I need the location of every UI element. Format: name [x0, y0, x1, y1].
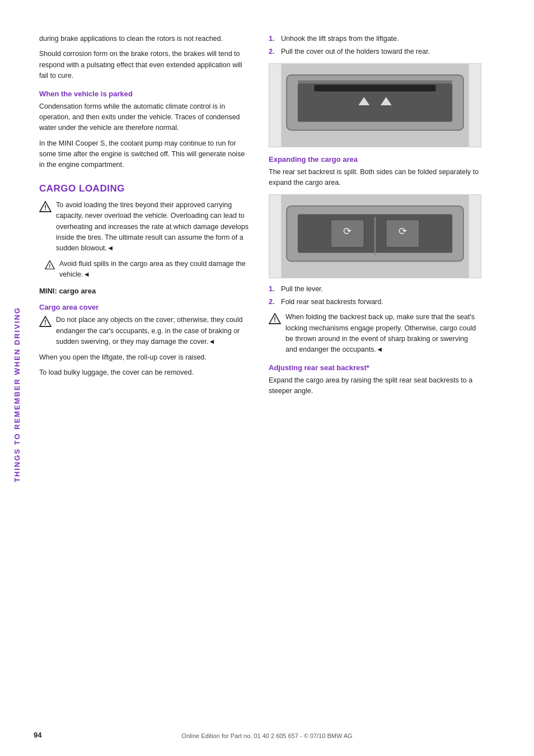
expanding-heading: Expanding the cargo area: [269, 155, 481, 164]
when-parked-heading: When the vehicle is parked: [39, 90, 252, 98]
expanding-para: The rear set backrest is split. Both sid…: [269, 167, 481, 189]
cargo-cover-para1: When you open the liftgate, the roll-up …: [39, 352, 252, 363]
sidebar-label: THINGS TO REMEMBER WHEN DRIVING: [13, 307, 21, 482]
car-image-seats: ⟳ ⟳: [269, 194, 481, 278]
warning-text-2: Avoid fluid spills in the cargo area as …: [59, 259, 252, 281]
cargo-cover-heading: Cargo area cover: [39, 303, 252, 311]
warning-inline-2: ! Avoid fluid spills in the cargo area a…: [45, 259, 252, 281]
intro-para2: Should corrosion form on the brake rotor…: [39, 49, 252, 81]
warning-block-expand: ! When folding the backrest back up, mak…: [269, 312, 481, 356]
left-column: during brake applications to clean the r…: [39, 34, 252, 722]
page-footer: Online Edition for Part no. 01 40 2 605 …: [0, 732, 534, 739]
expand-list: 1. Pull the lever. 2. Fold rear seat bac…: [269, 284, 481, 308]
svg-text:!: !: [49, 263, 50, 269]
svg-text:!: !: [44, 319, 46, 326]
warning-text-1: To avoid loading the tires beyond their …: [56, 200, 252, 254]
intro-para1: during brake applications to clean the r…: [39, 34, 252, 44]
expand-list-item-1: 1. Pull the lever.: [269, 284, 481, 295]
warning-icon-2: !: [45, 260, 55, 270]
expand-list-item-2: 2. Fold rear seat backrests forward.: [269, 297, 481, 307]
right-column: 1. Unhook the lift straps from the liftg…: [269, 34, 481, 722]
warning-icon-cargo: !: [39, 315, 51, 328]
svg-text:⟳: ⟳: [399, 226, 407, 237]
list-item-1: 1. Unhook the lift straps from the liftg…: [269, 34, 481, 44]
svg-text:⟳: ⟳: [343, 226, 352, 237]
svg-rect-12: [298, 80, 452, 83]
svg-rect-9: [314, 85, 435, 91]
expand-warning-text: When folding the backrest back up, make …: [285, 312, 481, 356]
cargo-cover-warning-text: Do not place any objects on the cover; o…: [56, 315, 252, 347]
svg-text:!: !: [274, 316, 276, 324]
mini-cargo-heading: MINI: cargo area: [39, 287, 252, 295]
warning-block-1: ! To avoid loading the tires beyond thei…: [39, 200, 252, 254]
warning-block-cargo-cover: ! Do not place any objects on the cover;…: [39, 315, 252, 347]
car-image-cover: [269, 63, 481, 147]
adjusting-para: Expand the cargo area by raising the spl…: [269, 375, 481, 397]
adjusting-heading: Adjusting rear seat backrest*: [269, 363, 481, 372]
cargo-cover-para2: To load bulky luggage, the cover can be …: [39, 367, 252, 378]
warning-icon-1: !: [39, 200, 51, 213]
list-item-2: 2. Pull the cover out of the holders tow…: [269, 46, 481, 57]
main-content: during brake applications to clean the r…: [34, 22, 534, 734]
sidebar: THINGS TO REMEMBER WHEN DRIVING: [0, 22, 34, 734]
cargo-loading-heading: CARGO LOADING: [39, 183, 252, 194]
warning-icon-expand: !: [269, 312, 281, 325]
svg-text:!: !: [44, 204, 46, 212]
when-parked-para2: In the MINI Cooper S, the coolant pump m…: [39, 138, 252, 171]
cover-removal-list: 1. Unhook the lift straps from the liftg…: [269, 34, 481, 58]
when-parked-para1: Condensation forms while the automatic c…: [39, 101, 252, 134]
